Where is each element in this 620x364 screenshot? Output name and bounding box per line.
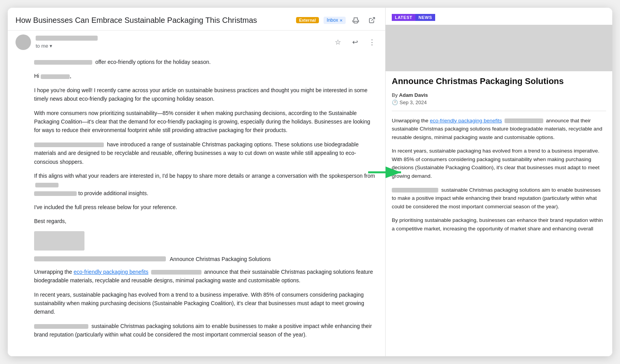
email-title: How Businesses Can Embrace Sustainable P…	[16, 16, 291, 25]
article-divider	[392, 111, 606, 111]
sender-info: to me ▾	[36, 36, 328, 49]
email-header: How Businesses Can Embrace Sustainable P…	[8, 8, 385, 31]
article-body: Unwrapping the eco-friendly packaging be…	[392, 117, 606, 233]
press-body-1: Unwrapping the eco-friendly packaging be…	[34, 268, 377, 285]
subheader-right: ☆ ↩ ⋮	[332, 37, 377, 48]
article-date: 🕐 Sep 3, 2024	[392, 100, 606, 105]
tag-news: NEWS	[415, 14, 435, 21]
sign-off: Best regards,	[34, 217, 377, 225]
badge-external: External	[296, 17, 319, 23]
tag-latest: LATEST	[392, 14, 415, 21]
svg-line-1	[372, 17, 375, 21]
press-body-3: sustainable Christmas packaging solution…	[34, 322, 377, 339]
press-release-header: Announce Christmas Packaging Solutions	[34, 256, 377, 262]
body-p5: I've included the full press release bel…	[34, 203, 377, 211]
article-content: Announce Christmas Packaging Solutions B…	[386, 71, 612, 246]
article-panel: LATEST NEWS Announce Christmas Packaging…	[386, 8, 612, 356]
badge-inbox[interactable]: Inbox ×	[324, 17, 346, 24]
article-tags: LATEST NEWS	[386, 8, 612, 21]
body-p2: With more consumers now prioritizing sus…	[34, 109, 377, 135]
eco-friendly-link[interactable]: eco-friendly packaging benefits	[74, 269, 148, 275]
body-p4: If this aligns with what your readers ar…	[34, 172, 377, 197]
article-p1: Unwrapping the eco-friendly packaging be…	[392, 117, 606, 142]
article-p4: By prioritising sustainable packaging, b…	[392, 216, 606, 233]
signature-block: Best regards,	[34, 217, 377, 250]
signature-image	[34, 231, 84, 251]
article-p2: In recent years, sustainable packaging h…	[392, 147, 606, 180]
avatar	[16, 34, 31, 50]
article-p3: sustainable Christmas packaging solution…	[392, 186, 606, 211]
inbox-close-icon[interactable]: ×	[339, 17, 343, 23]
email-panel: How Businesses Can Embrace Sustainable P…	[8, 8, 386, 356]
email-body: offer eco-friendly options for the holid…	[8, 52, 385, 356]
article-meta: By Adam Davis	[392, 92, 606, 98]
print-icon[interactable]	[350, 15, 361, 26]
more-options-icon[interactable]: ⋮	[367, 37, 377, 48]
body-p3: have introduced a range of sustainable C…	[34, 140, 377, 166]
intro-line: offer eco-friendly options for the holid…	[34, 58, 377, 66]
article-image	[386, 25, 612, 71]
press-body-2: In recent years, sustainable packaging h…	[34, 290, 377, 316]
article-author: By Adam Davis	[392, 92, 428, 98]
clock-icon: 🕐	[392, 100, 398, 105]
svg-rect-0	[354, 21, 358, 23]
open-in-new-icon[interactable]	[367, 15, 377, 26]
article-eco-link[interactable]: eco-friendly packaging benefits	[430, 118, 502, 124]
email-subheader: to me ▾ ☆ ↩ ⋮	[8, 31, 385, 52]
body-p1: I hope you're doing well! I recently cam…	[34, 86, 377, 103]
to-me-label: to me ▾	[36, 43, 52, 49]
email-header-icons	[350, 15, 377, 26]
article-title: Announce Christmas Packaging Solutions	[392, 76, 606, 87]
reply-icon[interactable]: ↩	[350, 37, 360, 48]
greeting-line: Hi ,	[34, 72, 377, 80]
star-icon[interactable]: ☆	[332, 37, 343, 48]
